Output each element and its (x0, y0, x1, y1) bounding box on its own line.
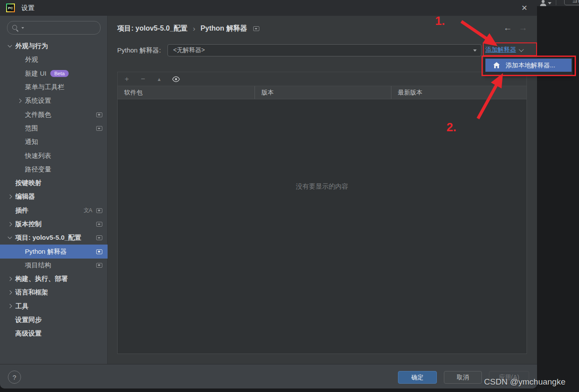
sidebar-item-keymap[interactable]: 按键映射 (0, 176, 108, 190)
packages-column-header-1[interactable]: 版本 (255, 86, 391, 99)
chevron-right-icon[interactable] (16, 98, 25, 105)
interpreter-selected-value: <无解释器> (173, 46, 473, 54)
chevron-spacer (16, 56, 25, 63)
monitor-icon (96, 249, 102, 254)
ok-button[interactable]: 确定 (398, 371, 437, 384)
monitor-icon (96, 112, 102, 117)
sidebar-item-build-execution-deployment[interactable]: 构建、执行、部署 (0, 272, 108, 286)
chevron-down-icon[interactable] (6, 43, 15, 50)
dialog-footer: ? 确定 取消 应用(A) (0, 364, 537, 388)
annotation-step1-number: 1. (435, 14, 445, 28)
dialog-titlebar: PC 设置 ✕ (0, 0, 537, 16)
sidebar-item-label: 范围 (25, 124, 38, 133)
run-configuration-widget[interactable]: 当前 (564, 0, 579, 5)
sidebar-item-label: 路径变量 (25, 165, 51, 174)
chevron-right-icon[interactable] (6, 289, 15, 296)
sidebar-item-label: 菜单与工具栏 (25, 83, 64, 91)
packages-empty-message: 没有要显示的内容 (118, 182, 527, 191)
sidebar-item-label: 外观 (25, 56, 38, 64)
settings-content: 项目: yolov5-5.0_配置 › Python 解释器 ← → Pytho… (108, 16, 537, 364)
sidebar-item-system-settings[interactable]: 系统设置 (0, 94, 108, 108)
breadcrumb: 项目: yolov5-5.0_配置 › Python 解释器 (117, 24, 259, 33)
sidebar-item-languages-frameworks[interactable]: 语言和框架 (0, 286, 108, 299)
monitor-icon (96, 235, 102, 240)
watermark-text: CSDN @ymchuangke (484, 377, 565, 387)
settings-sidebar: 外观与行为外观新建 UIBeta菜单与工具栏系统设置文件颜色范围通知快速列表路径… (0, 16, 108, 364)
sidebar-item-notifications[interactable]: 通知 (0, 135, 108, 149)
sidebar-item-tools[interactable]: 工具 (0, 300, 108, 313)
chevron-right-icon[interactable] (6, 276, 15, 283)
packages-column-header-0[interactable]: 软件包 (118, 86, 255, 99)
sidebar-item-path-variables[interactable]: 路径变量 (0, 163, 108, 176)
chevron-spacer (6, 317, 15, 324)
settings-dialog: PC 设置 ✕ 外观与行为外观新建 UIBeta菜单与工具栏系统设置文件颜色范围… (0, 0, 537, 388)
packages-panel: + − ▲ 软件包版本最新版本 没有要显示的内容 (117, 72, 527, 354)
interpreter-label: Python 解释器: (117, 46, 161, 55)
breadcrumb-project[interactable]: 项目: yolov5-5.0_配置 (117, 24, 188, 33)
monitor-icon (96, 263, 102, 268)
add-package-icon[interactable]: + (123, 75, 130, 84)
run-configuration-label: 当前 (572, 0, 579, 4)
sidebar-item-label: 按键映射 (15, 179, 42, 187)
combo-caret-icon (473, 49, 477, 52)
chevron-spacer (16, 125, 25, 132)
chevron-right-icon[interactable] (6, 193, 15, 200)
chevron-spacer (16, 139, 25, 146)
chevron-right-icon[interactable] (6, 221, 15, 228)
annotation-box-step2 (481, 56, 576, 76)
sidebar-item-python-interpreter[interactable]: Python 解释器 (0, 245, 108, 258)
user-avatar-icon[interactable] (539, 0, 547, 6)
sidebar-item-project[interactable]: 项目: yolov5-5.0_配置 (0, 231, 108, 245)
remove-package-icon[interactable]: − (140, 75, 146, 84)
sidebar-item-label: 项目结构 (25, 261, 51, 270)
sidebar-item-settings-sync[interactable]: 设置同步 (0, 313, 108, 327)
sidebar-item-label: 插件 (15, 206, 28, 215)
sidebar-item-appearance[interactable]: 外观 (0, 53, 108, 66)
upgrade-package-icon[interactable]: ▲ (156, 77, 163, 82)
sidebar-item-label: 项目: yolov5-5.0_配置 (15, 234, 81, 242)
chevron-down-icon[interactable] (6, 234, 15, 242)
chevron-right-icon[interactable] (6, 303, 15, 310)
breadcrumb-separator: › (193, 24, 195, 33)
help-icon: ? (13, 374, 16, 381)
screenshot-root: 当前 PC 设置 ✕ 外观与行为外观新建 UIBeta菜单与工具栏系统设置文件颜… (0, 0, 579, 392)
sidebar-item-advanced-settings[interactable]: 高级设置 (0, 327, 108, 340)
help-button[interactable]: ? (8, 371, 21, 384)
sidebar-item-label: 语言和框架 (15, 288, 48, 297)
sidebar-item-new-ui[interactable]: 新建 UIBeta (0, 67, 108, 80)
back-arrow-icon[interactable]: ← (503, 23, 512, 33)
beta-badge: Beta (50, 70, 69, 77)
sidebar-item-plugins[interactable]: 插件文A (0, 204, 108, 217)
pycharm-logo-text: PC (8, 6, 13, 10)
forward-arrow-icon[interactable]: → (519, 23, 527, 33)
sidebar-item-project-structure[interactable]: 项目结构 (0, 259, 108, 272)
search-input[interactable] (7, 21, 101, 35)
annotation-step2-number: 2. (446, 121, 457, 134)
sidebar-item-appearance-behavior[interactable]: 外观与行为 (0, 39, 108, 53)
sidebar-item-label: 新建 UI (25, 70, 46, 78)
sidebar-item-file-colors[interactable]: 文件颜色 (0, 108, 108, 121)
sidebar-item-label: 系统设置 (25, 97, 51, 105)
sidebar-item-quick-lists[interactable]: 快速列表 (0, 149, 108, 162)
sidebar-item-menus-toolbars[interactable]: 菜单与工具栏 (0, 80, 108, 94)
sidebar-item-version-control[interactable]: 版本控制 (0, 217, 108, 231)
packages-column-header-2[interactable]: 最新版本 (391, 86, 527, 99)
sidebar-item-editor[interactable]: 编辑器 (0, 190, 108, 203)
chevron-down-icon (548, 2, 551, 4)
chevron-spacer (6, 330, 15, 337)
interpreter-select[interactable]: <无解释器> (167, 44, 481, 56)
packages-table-header: 软件包版本最新版本 (118, 86, 527, 99)
annotation-box-step1 (483, 42, 537, 56)
sidebar-item-label: 外观与行为 (15, 42, 48, 50)
cancel-button[interactable]: 取消 (444, 371, 482, 384)
chevron-spacer (16, 152, 25, 159)
sidebar-item-label: 工具 (15, 302, 28, 311)
search-options-caret-icon (21, 27, 24, 29)
chevron-spacer (16, 84, 25, 91)
sidebar-item-scopes[interactable]: 范围 (0, 122, 108, 135)
search-icon (12, 24, 19, 32)
sidebar-item-label: 高级设置 (15, 329, 42, 338)
close-icon[interactable]: ✕ (519, 2, 530, 14)
show-early-releases-icon[interactable] (172, 76, 179, 82)
history-nav: ← → (503, 23, 527, 33)
